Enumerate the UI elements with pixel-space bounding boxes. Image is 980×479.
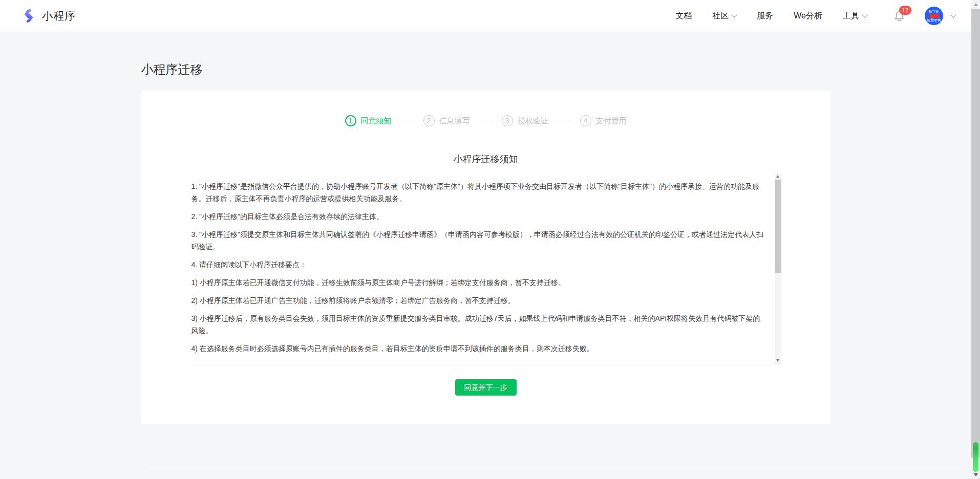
scrollbar-thumb[interactable]	[775, 180, 781, 273]
main-nav: 文档 社区 服务 We分析 工具	[675, 11, 867, 21]
step-label: 授权验证	[518, 116, 548, 126]
terms-paragraph: 3. "小程序迁移"须提交原主体和目标主体共同确认签署的《小程序迁移申请函》（申…	[191, 228, 765, 253]
step-number: 2	[423, 115, 435, 126]
terms-paragraph: 3) 小程序迁移后，原有服务类目会失效，须用目标主体的资质重新提交服务类目审核。…	[191, 312, 765, 337]
terms-paragraph: 2) 小程序原主体若已开通广告主功能，迁移前须将账户余额清零；若绑定广告服务商，…	[191, 294, 765, 307]
terms-text: 1. "小程序迁移"是指微信公众平台提供的，协助小程序账号开发者（以下简称"原主…	[190, 173, 775, 355]
nav-item-community[interactable]: 社区	[712, 11, 736, 21]
terms-scroll-area[interactable]: 1. "小程序迁移"是指微信公众平台提供的，协助小程序账号开发者（以下简称"原主…	[190, 173, 781, 364]
page-scrollbar[interactable]	[971, 0, 980, 479]
top-navbar: 小程序 文档 社区 服务 We分析 工具 17 数字化 智慧零售	[0, 0, 980, 32]
nav-item-docs[interactable]: 文档	[675, 11, 692, 21]
scroll-down-arrow-icon[interactable]	[776, 359, 779, 362]
terms-paragraph: 4) 在选择服务类目时必须选择原账号内已有插件的服务类目，若目标主体的资质申请不…	[191, 342, 765, 355]
nav-item-tools[interactable]: 工具	[843, 11, 867, 21]
step-label: 支付费用	[596, 116, 627, 126]
nav-item-services[interactable]: 服务	[757, 11, 773, 21]
stepper: 1 同意须知 2 信息填写 3 授权验证 4 支付费用	[190, 115, 781, 126]
step-number: 4	[580, 115, 591, 126]
step-number: 3	[502, 115, 513, 126]
scroll-up-arrow-icon[interactable]	[776, 175, 779, 178]
notification-bell[interactable]: 17	[893, 10, 905, 23]
account-menu-chevron-icon[interactable]	[950, 12, 956, 17]
miniprogram-logo-icon	[20, 8, 37, 24]
green-scroll-marker[interactable]	[973, 442, 978, 472]
page-title: 小程序迁移	[141, 40, 830, 78]
notification-badge: 17	[899, 6, 911, 15]
terms-paragraph: 2. "小程序迁移"的目标主体必须是合法有效存续的法律主体。	[191, 210, 765, 223]
page-footer: 关于腾讯| 文档中心| 规则中心| 客服中心| 侵权投诉 Copyright ©…	[147, 466, 963, 479]
step-number: 1	[345, 115, 356, 126]
step-auth-verify: 3 授权验证	[502, 115, 548, 126]
chevron-down-icon	[862, 12, 867, 17]
notice-title: 小程序迁移须知	[190, 153, 781, 166]
scroll-down-arrow-icon[interactable]	[974, 473, 978, 476]
step-label: 信息填写	[439, 116, 470, 126]
brand-title: 小程序	[42, 9, 76, 23]
step-payment: 4 支付费用	[580, 115, 627, 126]
step-label: 同意须知	[361, 116, 392, 126]
page-scrollbar-thumb[interactable]	[971, 9, 980, 458]
user-avatar[interactable]: 数字化 智慧零售	[925, 7, 943, 25]
step-fill-info: 2 信息填写	[423, 115, 470, 126]
avatar-text-top: 数字化	[929, 10, 940, 14]
step-connector	[399, 121, 416, 121]
terms-paragraph: 1. "小程序迁移"是指微信公众平台提供的，协助小程序账号开发者（以下简称"原主…	[191, 180, 765, 205]
step-agree-notice: 1 同意须知	[345, 115, 392, 126]
main-area: 小程序迁移 1 同意须知 2 信息填写 3 授权验证	[0, 40, 971, 479]
agree-next-button[interactable]: 同意并下一步	[455, 379, 517, 396]
brand-logo[interactable]: 小程序	[20, 8, 76, 24]
migration-card: 1 同意须知 2 信息填写 3 授权验证 4 支付费用	[141, 91, 830, 424]
terms-paragraph: 1) 小程序原主体若已开通微信支付功能，迁移生效前须与原主体商户号进行解绑；若绑…	[191, 276, 765, 289]
nav-item-weanalytics[interactable]: We分析	[794, 11, 822, 21]
step-connector	[556, 121, 573, 121]
avatar-text-bottom: 智慧零售	[927, 18, 941, 23]
scroll-up-arrow-icon[interactable]	[974, 3, 978, 6]
chevron-down-icon	[732, 12, 737, 17]
avatar-red-band	[929, 14, 939, 18]
terms-scrollbar[interactable]	[775, 173, 781, 364]
terms-paragraph: 4. 请仔细阅读以下小程序迁移要点：	[191, 258, 765, 271]
step-connector	[477, 121, 495, 121]
